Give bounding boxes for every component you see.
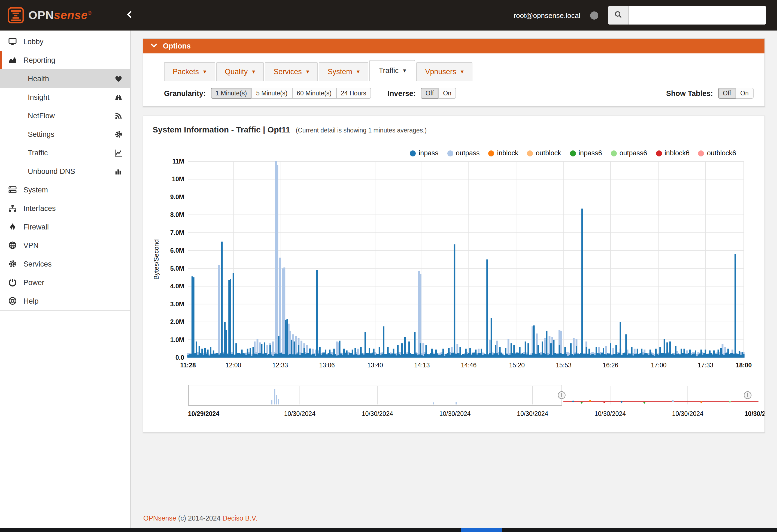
tab-vpnusers[interactable]: Vpnusers▾ [417,62,472,81]
svg-text:14:13: 14:13 [414,362,430,369]
svg-text:8.0M: 8.0M [170,211,184,218]
opnsense-app: OPNsense® root@opnsense.local LobbyRepor… [0,0,777,532]
legend-item-inpass[interactable]: inpass [410,149,438,157]
sidebar-item-insight[interactable]: Insight [0,88,130,106]
chart-title-row: System Information - Traffic | Opt11 (Cu… [143,116,765,134]
sidebar-collapse-button[interactable] [125,10,133,20]
granularity-24-hours-button[interactable]: 24 Hours [336,88,371,99]
legend-item-outblock6[interactable]: outblock6 [698,149,736,157]
legend-label: inpass6 [579,149,602,157]
opnsense-link[interactable]: OPNsense [143,515,176,522]
sidebar-item-lobby[interactable]: Lobby [0,32,130,51]
inverse-off-button[interactable]: Off [421,88,439,99]
deciso-link[interactable]: Deciso B.V. [223,515,257,522]
navigator-date-label: 10/30/2024 [439,410,470,417]
svg-text:10M: 10M [172,176,184,183]
granularity-5-minute-s-button[interactable]: 5 Minute(s) [251,88,292,99]
tab-services[interactable]: Services▾ [265,62,318,81]
navigator-date-label: 10/30/2024 [362,410,393,417]
legend-dot-icon [698,150,704,156]
sidebar-item-interfaces[interactable]: Interfaces [0,199,130,217]
sidebar-item-label: Reporting [23,56,55,64]
sidebar-item-settings[interactable]: Settings [0,125,130,143]
options-panel-header[interactable]: Options [143,39,765,54]
sidebar-item-label: Health [28,75,49,83]
legend-item-inblock[interactable]: inblock [488,149,519,157]
page-footer: OPNsense (c) 2014-2024 Deciso B.V. [143,515,777,522]
svg-text:3.0M: 3.0M [170,301,184,308]
navigator-handle-left[interactable] [558,392,565,399]
legend-item-outblock[interactable]: outblock [527,149,561,157]
power-icon [8,278,17,287]
flame-icon [8,222,17,231]
opnsense-logo[interactable]: OPNsense® [0,7,123,23]
tab-packets[interactable]: Packets▾ [164,62,215,81]
series-inpass [192,209,743,357]
tab-system[interactable]: System▾ [319,62,368,81]
sidebar-item-services[interactable]: Services [0,254,130,273]
legend-label: outblock6 [707,149,736,157]
svg-text:17:00: 17:00 [651,362,667,369]
svg-text:13:06: 13:06 [319,362,335,369]
sidebar-item-label: Insight [28,93,49,101]
navigator-handle-right[interactable] [744,392,751,399]
search-button[interactable] [608,6,629,24]
life-ring-icon [8,297,17,305]
svg-text:1.0M: 1.0M [170,336,184,343]
sidebar-item-system[interactable]: System [0,181,130,199]
svg-text:6.0M: 6.0M [170,247,184,254]
svg-text:4.0M: 4.0M [170,283,184,290]
y-axis-title: Bytes/Second [152,239,160,280]
inverse-button-group: OffOn [421,88,456,99]
search-input[interactable] [629,6,766,24]
chart-navigator[interactable] [188,385,759,406]
legend-item-outpass6[interactable]: outpass6 [611,149,647,157]
sidebar-item-help[interactable]: Help [0,292,130,310]
granularity-1-minute-s-button[interactable]: 1 Minute(s) [211,88,252,99]
granularity-60-minute-s-button[interactable]: 60 Minute(s) [292,88,336,99]
legend-dot-icon [447,150,453,156]
caret-down-icon: ▾ [403,68,406,74]
svg-text:13:40: 13:40 [367,362,383,369]
sidebar-item-reporting[interactable]: Reporting [0,51,130,69]
svg-text:17:33: 17:33 [698,362,713,369]
inverse-on-button[interactable]: On [438,88,456,99]
rss-icon [114,111,123,120]
globe-icon [8,241,17,250]
sidebar-item-vpn[interactable]: VPN [0,236,130,254]
svg-text:11:28: 11:28 [180,362,196,369]
area-chart-icon [8,56,17,64]
tab-label: Quality [225,68,248,76]
tab-quality[interactable]: Quality▾ [216,62,264,81]
sidebar-item-netflow[interactable]: NetFlow [0,106,130,125]
sidebar-item-health[interactable]: Health [0,69,130,88]
sidebar-item-power[interactable]: Power [0,273,130,292]
heartbeat-icon [114,75,123,83]
status-indicator-icon [590,11,598,19]
legend-item-outpass[interactable]: outpass [447,149,480,157]
gear-icon [114,130,123,138]
legend-item-inblock6[interactable]: inblock6 [656,149,689,157]
tab-traffic[interactable]: Traffic▾ [369,60,416,81]
sidebar-item-firewall[interactable]: Firewall [0,217,130,236]
sidebar-item-unbound-dns[interactable]: Unbound DNS [0,162,130,181]
svg-text:0.0: 0.0 [176,354,184,361]
sidebar-item-label: VPN [23,241,39,249]
sidebar-item-label: System [23,186,48,194]
legend-label: outblock [536,149,561,157]
caret-down-icon: ▾ [306,69,309,75]
caret-down-icon: ▾ [461,69,464,75]
options-panel: Options Packets▾Quality▾Services▾System▾… [143,38,765,107]
show-tables-off-button[interactable]: Off [718,88,736,99]
show-tables-on-button[interactable]: On [735,88,754,99]
server-icon [8,185,17,194]
navigator-date-label: 10/30/2024 [594,410,626,417]
sidebar-item-traffic[interactable]: Traffic [0,143,130,162]
granularity-label: Granularity: [164,89,206,97]
legend-item-inpass6[interactable]: inpass6 [570,149,602,157]
bottom-bar [0,528,777,532]
options-panel-body: Packets▾Quality▾Services▾System▾Traffic▾… [143,54,765,106]
navigator-date-label: 10/29/2024 [188,410,219,417]
legend-dot-icon [570,150,576,156]
inverse-control: Inverse: OffOn [387,88,456,99]
